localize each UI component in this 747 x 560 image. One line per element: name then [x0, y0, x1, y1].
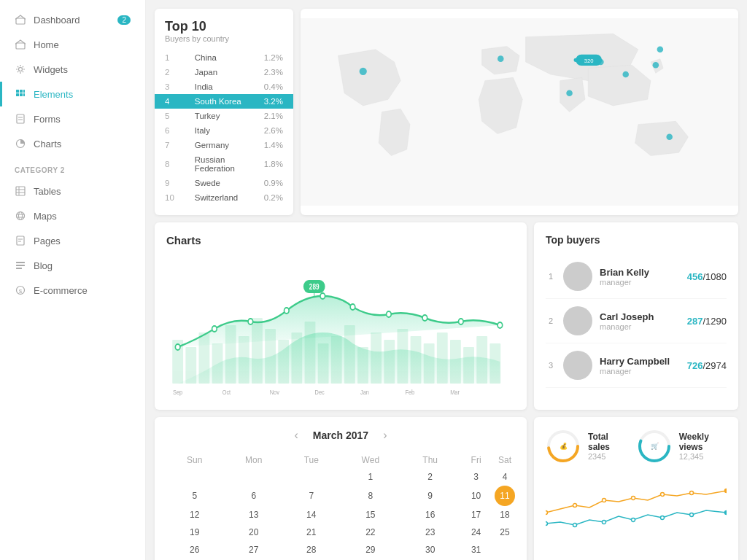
calendar-day[interactable]: 26: [166, 541, 222, 559]
buyers-table-row[interactable]: 8 Russian Federation 1.8%: [155, 152, 293, 176]
calendar-day[interactable]: 30: [403, 541, 457, 559]
total-sales-item: 💰 Total sales 2345: [546, 429, 625, 464]
calendar-day[interactable]: 21: [285, 524, 338, 541]
calendar-day[interactable]: 10: [457, 486, 495, 506]
rank-cell: 9: [155, 176, 185, 190]
calendar-next-btn[interactable]: ›: [380, 429, 390, 442]
pct-cell: 3.2%: [254, 94, 293, 109]
svg-rect-1: [16, 43, 25, 49]
buyer-info: Carl Joseph manager: [600, 311, 680, 331]
calendar-day[interactable]: 6: [222, 486, 285, 506]
svg-point-36: [666, 134, 673, 141]
country-cell: Japan: [185, 65, 254, 79]
svg-rect-4: [20, 90, 23, 93]
buyer-score: 456/1080: [687, 271, 727, 282]
calendar-day[interactable]: 23: [403, 524, 457, 541]
calendar-day[interactable]: 17: [457, 506, 495, 524]
calendar-day-header: Sun: [166, 452, 222, 468]
calendar-day[interactable]: 28: [285, 541, 338, 559]
buyers-table-row[interactable]: 1 China 1.2%: [155, 50, 293, 65]
dollar-icon: $: [15, 284, 26, 296]
calendar-day[interactable]: 24: [457, 524, 495, 541]
sidebar-item-blog[interactable]: Blog: [0, 253, 145, 278]
buyer-name: Brian Kelly: [600, 267, 680, 278]
country-cell: South Korea: [185, 94, 254, 109]
calendar-day[interactable]: 5: [166, 486, 222, 506]
mini-chart: [546, 472, 727, 531]
calendar-day[interactable]: 20: [222, 524, 285, 541]
calendar-day[interactable]: 8: [338, 486, 403, 506]
buyers-table: 1 China 1.2% 2 Japan 2.3% 3 India 0.4% 4…: [155, 50, 293, 205]
svg-point-101: [603, 521, 606, 524]
grid-icon: [15, 88, 26, 100]
svg-point-99: [546, 522, 548, 526]
sidebar-item-pages[interactable]: Pages: [0, 228, 145, 253]
country-cell: China: [185, 50, 254, 65]
calendar-day[interactable]: 13: [222, 506, 285, 524]
sidebar-item-home[interactable]: Home: [0, 32, 145, 57]
buyers-table-row[interactable]: 9 Swede 0.9%: [155, 176, 293, 190]
calendar-day[interactable]: 3: [457, 468, 495, 486]
buyers-table-row[interactable]: 10 Switzerland 0.2%: [155, 190, 293, 205]
rank-cell: 7: [155, 138, 185, 152]
chart-area: 289 Sep Oct Nov Dec Jan Feb Mar: [166, 252, 515, 398]
rank-cell: 1: [155, 50, 185, 65]
svg-point-40: [574, 58, 578, 62]
calendar-day[interactable]: 19: [166, 524, 222, 541]
pct-cell: 1.8%: [254, 152, 293, 176]
sidebar-item-maps[interactable]: Maps: [0, 203, 145, 228]
calendar-prev-btn[interactable]: ‹: [292, 429, 301, 442]
calendar-day[interactable]: 9: [403, 486, 457, 506]
calendar-day[interactable]: 27: [222, 541, 285, 559]
sidebar-item-tables[interactable]: Tables: [0, 179, 145, 203]
calendar-day[interactable]: 14: [285, 506, 338, 524]
calendar-day[interactable]: 15: [338, 506, 403, 524]
pct-cell: 2.3%: [254, 65, 293, 79]
category2-label: CATEGORY 2: [0, 156, 145, 179]
buyer-rank: 1: [546, 272, 556, 281]
buyer-info: Harry Campbell manager: [600, 356, 680, 376]
sidebar-item-ecommerce[interactable]: $ E-commerce: [0, 278, 145, 303]
buyers-table-row[interactable]: 3 India 0.4%: [155, 79, 293, 94]
calendar-day[interactable]: 4: [495, 468, 515, 486]
svg-text:Oct: Oct: [222, 389, 231, 396]
sidebar-item-elements[interactable]: Elements: [0, 82, 145, 106]
sidebar-label: Widgets: [34, 64, 68, 75]
charts-title: Charts: [166, 234, 515, 246]
svg-text:Feb: Feb: [405, 389, 414, 396]
buyer-row: 1 Brian Kelly manager 456/1080: [546, 254, 727, 299]
calendar-day[interactable]: 12: [166, 506, 222, 524]
calendar-day[interactable]: 7: [285, 486, 338, 506]
buyers-table-row[interactable]: 2 Japan 2.3%: [155, 65, 293, 79]
sidebar-item-dashboard[interactable]: Dashboard 2: [0, 7, 145, 32]
weekly-views-circle: 🛒: [637, 429, 672, 464]
calendar-day-header: Mon: [222, 452, 285, 468]
sidebar-label: Home: [34, 39, 59, 50]
calendar-day[interactable]: 11: [495, 486, 515, 506]
buyers-table-row[interactable]: 5 Turkey 2.1%: [155, 109, 293, 123]
calendar-day[interactable]: 2: [403, 468, 457, 486]
calendar-day[interactable]: 31: [457, 541, 495, 559]
buyers-list: 1 Brian Kelly manager 456/1080 2 Carl Jo…: [546, 254, 727, 388]
svg-point-96: [661, 493, 665, 497]
calendar-day[interactable]: 16: [403, 506, 457, 524]
svg-point-92: [546, 511, 548, 515]
top-buyers-title: Top buyers: [546, 234, 727, 246]
sidebar-item-charts[interactable]: Charts: [0, 131, 145, 156]
calendar-day[interactable]: 25: [495, 524, 515, 541]
line-chart: 289 Sep Oct Nov Dec Jan Feb Mar: [166, 252, 515, 398]
sidebar-label: Blog: [34, 260, 53, 271]
svg-text:$: $: [19, 288, 23, 295]
buyers-table-row[interactable]: 7 Germany 1.4%: [155, 138, 293, 152]
buyer-score: 287/1290: [687, 316, 727, 327]
sidebar-label: Pages: [34, 236, 61, 246]
sidebar-item-widgets[interactable]: Widgets: [0, 57, 145, 82]
sidebar-item-forms[interactable]: Forms: [0, 106, 145, 131]
buyers-table-row[interactable]: 6 Italy 2.6%: [155, 123, 293, 138]
sidebar-label: E-commerce: [34, 285, 88, 296]
calendar-day[interactable]: 29: [338, 541, 403, 559]
buyers-table-row[interactable]: 4 South Korea 3.2%: [155, 94, 293, 109]
calendar-day[interactable]: 18: [495, 506, 515, 524]
calendar-day[interactable]: 22: [338, 524, 403, 541]
calendar-day[interactable]: 1: [338, 468, 403, 486]
